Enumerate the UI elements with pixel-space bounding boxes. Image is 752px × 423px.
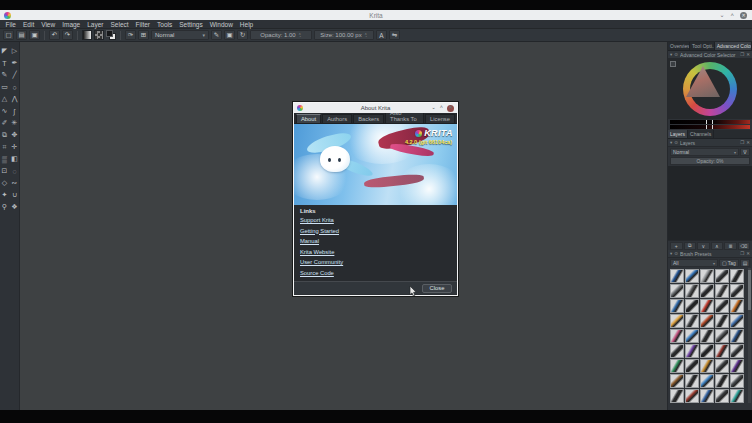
link-user-community[interactable]: User Community <box>300 259 451 265</box>
choose-brush-preset-button[interactable]: ✑ <box>125 30 136 40</box>
tab-backers[interactable]: Backers <box>353 114 384 123</box>
menu-settings[interactable]: Settings <box>176 20 207 29</box>
bezier-curve-tool[interactable]: ∿ <box>0 105 10 117</box>
multibrush-tool[interactable]: ✳ <box>10 117 20 129</box>
brush-preset-thumbnail[interactable] <box>700 284 714 298</box>
move-layer-up-button[interactable]: ∧ <box>711 242 724 250</box>
brush-preset-thumbnail[interactable] <box>715 314 729 328</box>
save-document-button[interactable]: ▣ <box>29 30 40 40</box>
brush-preset-thumbnail-button[interactable]: ▣ <box>224 30 235 40</box>
brush-preset-thumbnail[interactable] <box>715 269 729 283</box>
open-document-button[interactable]: ▤ <box>16 30 27 40</box>
link-getting-started[interactable]: Getting Started <box>300 228 451 234</box>
layer-properties-button[interactable]: ≣ <box>724 242 737 250</box>
brush-preset-thumbnail[interactable] <box>730 359 744 373</box>
docker-tab-layers[interactable]: Layers <box>668 130 688 138</box>
freehand-select-tool[interactable]: ∾ <box>10 177 20 189</box>
docker-tab-channels[interactable]: Channels <box>688 130 714 138</box>
line-tool[interactable]: ╱ <box>10 69 20 81</box>
brush-preset-thumbnail[interactable] <box>670 374 684 388</box>
float-icon[interactable]: ❐ <box>740 251 744 256</box>
link-krita-website[interactable]: Krita Website <box>300 249 451 255</box>
tab-license[interactable]: License <box>425 114 455 123</box>
choose-workspace-button[interactable]: ⊞ <box>138 30 149 40</box>
brush-preset-thumbnail[interactable] <box>685 344 699 358</box>
color-sampler-tool[interactable]: ✛ <box>10 141 20 153</box>
brush-preset-thumbnail[interactable] <box>670 359 684 373</box>
new-document-button[interactable]: ▢ <box>3 30 14 40</box>
float-icon[interactable]: ❐ <box>740 140 744 145</box>
menu-layer[interactable]: Layer <box>84 20 107 29</box>
brush-preset-thumbnail[interactable] <box>670 284 684 298</box>
collapse-icon[interactable]: ▾ <box>670 140 672 145</box>
brush-preset-thumbnail[interactable] <box>700 329 714 343</box>
brush-preset-thumbnail[interactable] <box>715 344 729 358</box>
brush-preset-thumbnail[interactable] <box>670 269 684 283</box>
dialog-titlebar[interactable]: About Krita ⌄ ˄ ✕ <box>294 103 457 113</box>
brush-preset-thumbnail[interactable] <box>685 359 699 373</box>
layer-opacity-slider[interactable]: Opacity: 0% <box>670 157 750 165</box>
add-layer-button[interactable]: + <box>670 242 683 250</box>
ellipse-tool[interactable]: ○ <box>10 81 20 93</box>
dialog-minimize-icon[interactable]: ⌄ <box>431 105 436 111</box>
preset-scrollbar[interactable] <box>748 268 751 403</box>
menu-select[interactable]: Select <box>107 20 132 29</box>
edit-shapes-tool[interactable]: ▷ <box>10 45 20 57</box>
docker-tab-overview[interactable]: Overview <box>668 42 690 50</box>
menu-image[interactable]: Image <box>59 20 84 29</box>
brush-preset-thumbnail[interactable] <box>700 359 714 373</box>
advanced-color-selector[interactable] <box>668 59 752 119</box>
magnetic-select-tool[interactable]: ∪ <box>10 189 20 201</box>
dialog-close-icon[interactable]: ✕ <box>447 105 454 112</box>
brush-preset-thumbnail[interactable] <box>730 269 744 283</box>
menu-view[interactable]: View <box>38 20 59 29</box>
reload-original-preset-button[interactable]: ↻ <box>237 30 248 40</box>
brush-preset-thumbnail[interactable] <box>670 299 684 313</box>
menu-help[interactable]: Help <box>236 20 256 29</box>
move-tool[interactable]: ✥ <box>10 129 20 141</box>
brush-preset-thumbnail[interactable] <box>730 389 744 403</box>
opacity-spinner[interactable]: Opacity: 1.00 ˄⌄ <box>250 30 312 40</box>
link-manual[interactable]: Manual <box>300 238 451 244</box>
menu-file[interactable]: File <box>2 20 19 29</box>
vertical-mirror-tool-button[interactable]: ⇋ <box>389 30 400 40</box>
brush-preset-thumbnail[interactable] <box>670 344 684 358</box>
brush-preset-thumbnail[interactable] <box>715 374 729 388</box>
tab-authors[interactable]: Authors <box>322 114 352 123</box>
brush-preset-thumbnail[interactable] <box>730 284 744 298</box>
layer-filter-button[interactable]: ∇ <box>740 148 750 156</box>
brush-preset-thumbnail[interactable] <box>700 269 714 283</box>
close-icon[interactable]: ✕ <box>746 251 750 256</box>
close-icon[interactable]: ✕ <box>746 140 750 145</box>
text-tool[interactable]: T <box>0 57 10 69</box>
rectangle-tool[interactable]: ▭ <box>0 81 10 93</box>
horizontal-mirror-tool-button[interactable]: A <box>376 30 387 40</box>
select-shapes-tool[interactable]: ◤ <box>0 45 10 57</box>
fill-tool[interactable]: ◧ <box>10 153 20 165</box>
foreground-background-colors[interactable] <box>106 30 116 40</box>
close-button[interactable]: Close <box>422 284 452 293</box>
preset-tag-dropdown[interactable]: All ▾ <box>670 259 718 267</box>
dialog-maximize-icon[interactable]: ˄ <box>440 105 443 111</box>
common-colors-strip[interactable] <box>670 125 750 129</box>
pattern-chooser[interactable] <box>94 30 104 40</box>
brush-preset-thumbnail[interactable] <box>670 389 684 403</box>
redo-button[interactable]: ↷ <box>62 30 73 40</box>
brush-preset-thumbnail[interactable] <box>685 299 699 313</box>
tag-button[interactable]: ▢ Tag <box>719 259 739 267</box>
brush-preset-thumbnail[interactable] <box>685 284 699 298</box>
blending-mode-dropdown[interactable]: Normal ▾ <box>151 30 209 40</box>
polygonal-select-tool[interactable]: ◇ <box>0 177 10 189</box>
collapse-icon[interactable]: ▾ <box>670 251 672 256</box>
freehand-brush-tool[interactable]: ✎ <box>0 69 10 81</box>
transform-tool[interactable]: ⧉ <box>0 129 10 141</box>
brush-preset-thumbnail[interactable] <box>685 314 699 328</box>
brush-preset-thumbnail[interactable] <box>730 314 744 328</box>
color-history-strip[interactable] <box>670 120 750 124</box>
brush-preset-thumbnail[interactable] <box>670 314 684 328</box>
duplicate-layer-button[interactable]: ⧉ <box>684 242 697 250</box>
menu-filter[interactable]: Filter <box>132 20 153 29</box>
float-icon[interactable]: ❐ <box>740 52 744 57</box>
gradient-chooser[interactable] <box>82 30 92 40</box>
brush-preset-thumbnail[interactable] <box>685 374 699 388</box>
